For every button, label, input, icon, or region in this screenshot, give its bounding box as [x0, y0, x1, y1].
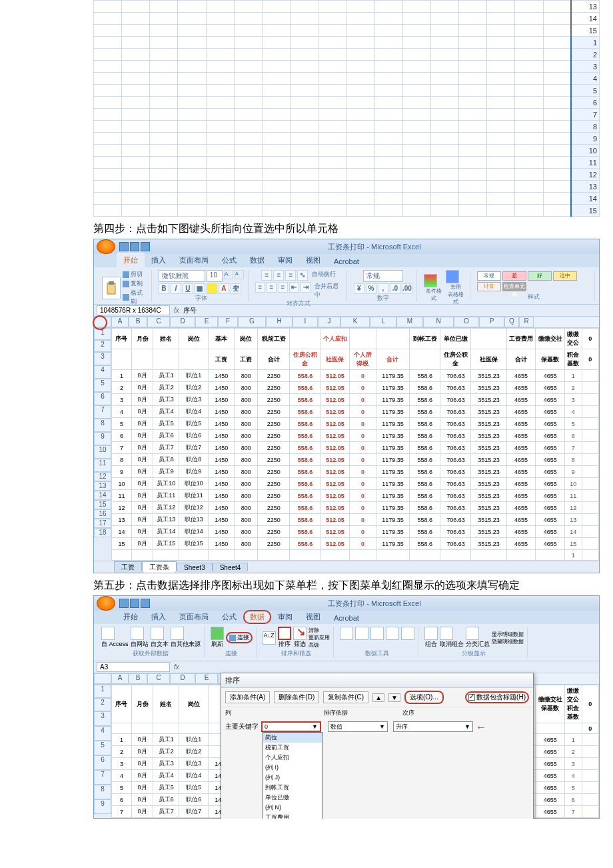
align-bot-icon[interactable]: ≡: [285, 270, 296, 281]
sheet-tab-2[interactable]: 工资条: [142, 561, 177, 573]
tab-data[interactable]: 数据: [243, 253, 271, 267]
sort-column-dropdown[interactable]: 0 ▼: [261, 721, 321, 732]
dropdown-option[interactable]: (列 I): [263, 763, 322, 773]
tab-layout-2[interactable]: 页面布局: [173, 610, 215, 624]
font-color-button[interactable]: A: [219, 283, 229, 294]
indent-dec-icon[interactable]: ⇤: [289, 282, 299, 293]
tab-layout[interactable]: 页面布局: [173, 253, 215, 267]
shrink-font-icon[interactable]: A: [235, 270, 244, 279]
col-header-M[interactable]: M: [396, 317, 423, 327]
save-icon[interactable]: [119, 242, 129, 251]
dec-decimal-icon[interactable]: .00: [402, 283, 412, 294]
tab-home-2[interactable]: 开始: [117, 610, 145, 624]
group-icon[interactable]: [424, 627, 438, 640]
tab-review-2[interactable]: 审阅: [271, 610, 299, 624]
data-validation-icon[interactable]: [370, 627, 384, 640]
currency-icon[interactable]: ¥: [354, 283, 364, 294]
tab-acrobat[interactable]: Acrobat: [327, 255, 366, 267]
tab-view-2[interactable]: 视图: [299, 610, 327, 624]
options-button[interactable]: 选项(O)...: [404, 691, 444, 704]
cut-button[interactable]: 剪切: [123, 270, 147, 279]
subtotal-icon[interactable]: [466, 627, 479, 640]
remove-dup-icon[interactable]: [355, 627, 368, 640]
fx-icon-2[interactable]: fx: [174, 663, 179, 671]
sort-order-dropdown[interactable]: 升序▼: [393, 721, 473, 732]
tab-home[interactable]: 开始: [117, 253, 145, 267]
office-button-2[interactable]: [97, 596, 115, 611]
add-condition-button[interactable]: 添加条件(A): [225, 691, 270, 703]
from-other-icon[interactable]: [171, 627, 184, 640]
inc-decimal-icon[interactable]: .0: [390, 283, 400, 294]
sort-column-list[interactable]: 岗位税前工资个人应扣(列 I)(列 J)到帐工资单位已缴(列 N)工资费用缴缴交…: [263, 732, 322, 819]
align-top-icon[interactable]: ≡: [261, 270, 272, 281]
comma-icon[interactable]: ,: [378, 283, 388, 294]
col-header-C[interactable]: C: [147, 317, 170, 327]
ungroup-icon[interactable]: [440, 627, 453, 640]
name-box[interactable]: 1048576R x 16384C: [97, 305, 170, 315]
grow-font-icon[interactable]: A: [224, 270, 233, 279]
sort-button[interactable]: [278, 627, 291, 640]
worksheet-grid[interactable]: 序号月份姓名岗位基本岗位税前工资个人应扣到帐工资单位已缴工资费用缴缴交社缴缴交公…: [111, 328, 599, 561]
from-text-icon[interactable]: [151, 627, 164, 640]
col-header-C[interactable]: C: [147, 673, 170, 684]
col-header-E[interactable]: E: [195, 317, 218, 327]
tab-review[interactable]: 审阅: [271, 253, 299, 267]
consolidate-icon[interactable]: [386, 627, 399, 640]
formula-bar[interactable]: 序号: [183, 306, 197, 315]
move-up-icon[interactable]: ▲: [372, 693, 384, 702]
sheet-tab-4[interactable]: Sheet4: [213, 563, 249, 572]
col-header-P[interactable]: P: [479, 317, 504, 327]
col-header-F[interactable]: F: [218, 317, 238, 327]
dropdown-option[interactable]: 单位已缴: [263, 793, 322, 803]
number-format-select[interactable]: 常规: [363, 270, 403, 282]
col-header-A[interactable]: A: [111, 317, 129, 327]
clear-filter[interactable]: 清除: [308, 627, 330, 634]
refresh-icon[interactable]: [211, 627, 224, 640]
col-header-J[interactable]: J: [318, 317, 340, 327]
align-center-icon[interactable]: ≡: [267, 282, 277, 293]
text-to-columns-icon[interactable]: [340, 627, 353, 640]
underline-button[interactable]: U: [183, 283, 193, 294]
cell-styles-gallery[interactable]: 常规 差 好 适中 计算 检查单元格: [477, 271, 590, 291]
col-header-E[interactable]: E: [195, 673, 218, 684]
dropdown-option[interactable]: (列 J): [263, 773, 322, 783]
percent-icon[interactable]: %: [366, 283, 376, 294]
col-header-G[interactable]: G: [238, 317, 266, 327]
font-size-select[interactable]: 10: [207, 270, 223, 282]
wrap-text-button[interactable]: 自动换行: [312, 270, 336, 281]
align-right-icon[interactable]: ≡: [278, 282, 288, 293]
copy-condition-button[interactable]: 复制条件(C): [323, 691, 368, 703]
sheet-tab-1[interactable]: 工资: [114, 561, 142, 573]
italic-button[interactable]: I: [171, 283, 181, 294]
fill-color-button[interactable]: [207, 283, 217, 294]
redo-icon[interactable]: [141, 242, 150, 251]
phonetic-button[interactable]: 变: [231, 283, 241, 294]
tab-insert-2[interactable]: 插入: [145, 610, 173, 624]
align-left-icon[interactable]: ≡: [255, 282, 265, 293]
advanced-filter[interactable]: 高级: [308, 641, 330, 649]
tab-data-2[interactable]: 数据: [243, 610, 271, 624]
save-icon[interactable]: [119, 599, 129, 608]
connections-icon[interactable]: [229, 635, 236, 641]
has-header-checkbox[interactable]: 数据包含标题(H): [465, 691, 529, 703]
col-header-N[interactable]: N: [423, 317, 454, 327]
name-box-2[interactable]: A3: [97, 662, 170, 672]
select-all-corner[interactable]: [94, 317, 111, 327]
whatif-icon[interactable]: [401, 627, 414, 640]
col-header-R[interactable]: R: [519, 317, 534, 327]
col-header-L[interactable]: L: [370, 317, 396, 327]
border-button[interactable]: ▦: [195, 283, 205, 294]
dropdown-option[interactable]: 工资费用: [263, 813, 322, 819]
col-header-A[interactable]: A: [111, 673, 129, 684]
col-header-Q[interactable]: Q: [504, 317, 519, 327]
bold-button[interactable]: B: [159, 283, 169, 294]
tab-insert[interactable]: 插入: [145, 253, 173, 267]
undo-icon[interactable]: [130, 242, 139, 251]
indent-inc-icon[interactable]: ⇥: [301, 282, 310, 293]
paste-button[interactable]: [102, 277, 121, 299]
orientation-icon[interactable]: ⤡: [297, 270, 308, 281]
sheet-tab-3[interactable]: Sheet3: [177, 563, 213, 572]
redo-icon[interactable]: [141, 599, 150, 608]
move-down-icon[interactable]: ▼: [388, 693, 400, 702]
col-header-O[interactable]: O: [454, 317, 479, 327]
